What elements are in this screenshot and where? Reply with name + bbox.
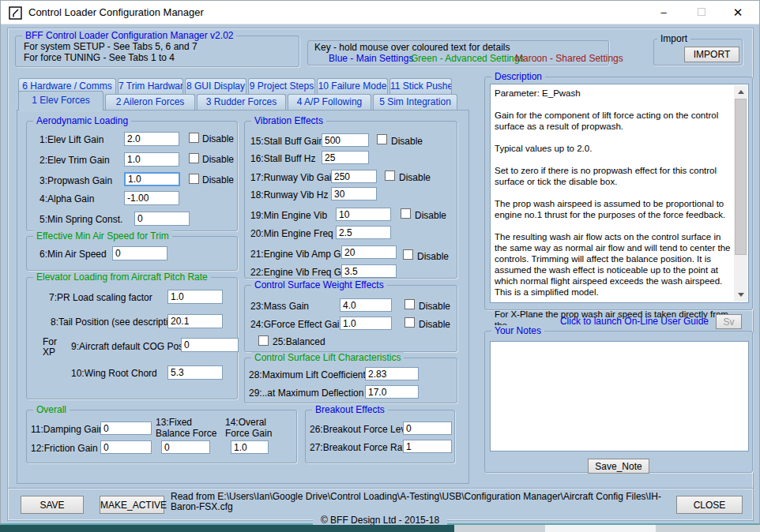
setup-hint: For system SETUP - See Tabs 5, 6 and 7: [24, 41, 198, 52]
alpha-gain-input[interactable]: [124, 191, 179, 205]
tab-stick-pusher[interactable]: 11 Stick Pusher: [389, 78, 452, 94]
gforce-disable-checkbox[interactable]: [404, 317, 415, 328]
pr-load-scaling-label: 7:PR Load scaling factor: [49, 292, 152, 303]
elev-lift-disable-checkbox[interactable]: [189, 133, 199, 143]
mass-gain-input[interactable]: [340, 298, 392, 312]
aerodynamic-loading-title: Aerodynamic Loading: [33, 115, 131, 126]
runway-vib-hz-input[interactable]: [331, 187, 377, 200]
friction-gain-label: 12:Friction Gain: [31, 443, 98, 454]
engine-vib-freq-gain-input[interactable]: [341, 264, 397, 278]
titlebar: Control Loader Configuration Manager – ✕: [1, 1, 759, 24]
copyright-text: © BFF Design Ltd - 2015-18: [313, 515, 447, 526]
elev-lift-gain-input[interactable]: [124, 132, 179, 146]
min-air-speed-input[interactable]: [112, 246, 167, 260]
min-air-speed-title: Effective Min Air Speed for Trim: [33, 230, 172, 242]
disable-label: Disable: [202, 174, 234, 185]
tab-project-steps[interactable]: 9 Project Steps: [248, 78, 315, 94]
overall-force-gain-label: 14:Overal Force Gain: [225, 417, 280, 439]
wing-root-chord-input[interactable]: [167, 365, 223, 380]
weight-effects-groupbox: Control Surface Weight Effects 23:Mass G…: [244, 285, 457, 352]
tuning-hint: For force TUNING - See Tabs 1 to 4: [24, 52, 175, 63]
description-groupbox: Description Parameter: E_Pwash Gain for …: [484, 77, 753, 310]
elev-trim-gain-input[interactable]: [124, 152, 179, 167]
gforce-effect-gain-input[interactable]: [340, 317, 392, 330]
taskbar-strip: [0, 525, 760, 532]
stall-buff-disable-checkbox[interactable]: [377, 134, 387, 144]
runway-vib-disable-checkbox[interactable]: [385, 170, 395, 181]
scroll-down-icon[interactable]: [734, 288, 747, 302]
tab-rudder-forces[interactable]: 3 Rudder Forces: [197, 94, 286, 110]
scrollbar-thumb[interactable]: [735, 99, 747, 255]
cog-pos-label: 9:Aircraft default COG Pos: [71, 341, 183, 352]
overall-force-gain-input[interactable]: [231, 440, 269, 454]
breakout-force-rate-input[interactable]: [403, 440, 452, 453]
tab-trim-hardware[interactable]: 7 Trim Hardware: [118, 78, 183, 94]
import-button[interactable]: IMPORT: [684, 47, 739, 62]
tab-elev-forces[interactable]: 1 Elev Forces: [18, 91, 103, 111]
min-engine-vib-disable-checkbox[interactable]: [401, 208, 411, 219]
tail-position-input[interactable]: [167, 314, 223, 328]
engine-vib-amp-disable-checkbox[interactable]: [403, 249, 413, 260]
disable-label: Disable: [419, 319, 450, 330]
balanced-checkbox[interactable]: [258, 335, 269, 346]
tab-gui-display[interactable]: 8 GUI Display: [185, 78, 246, 94]
min-spring-const-input[interactable]: [134, 212, 190, 226]
disable-label: Disable: [391, 136, 423, 147]
stall-buff-gain-label: 15:Stall Buff Gain: [250, 136, 324, 147]
description-scrollbar[interactable]: [734, 85, 747, 302]
stall-buff-hz-input[interactable]: [322, 151, 369, 164]
key-main-settings: Blue - Main Settings: [329, 53, 413, 64]
make-active-button[interactable]: MAKE_ACTIVE: [100, 496, 164, 514]
tab-aileron-forces[interactable]: 2 Aileron Forces: [105, 94, 195, 110]
screen: Control Loader Configuration Manager – ✕…: [0, 0, 760, 532]
pitch-rate-groupbox: Elevator Loading from Aircraft Pitch Rat…: [26, 277, 238, 399]
at-max-deflection-input[interactable]: [365, 385, 419, 399]
sv-button[interactable]: Sv: [716, 314, 742, 329]
pr-load-scaling-input[interactable]: [167, 290, 223, 304]
friction-gain-input[interactable]: [100, 440, 152, 454]
app-info-title: BFF Control Loader Configuration Manager…: [22, 30, 236, 41]
tab-ap-following[interactable]: 4 A/P Following: [288, 94, 371, 110]
cog-pos-input[interactable]: [181, 338, 239, 352]
propwash-disable-checkbox[interactable]: [189, 174, 199, 184]
app-info-groupbox: BFF Control Loader Configuration Manager…: [15, 36, 299, 67]
fixed-balance-force-input[interactable]: [161, 440, 210, 454]
stall-buff-gain-input[interactable]: [322, 133, 369, 147]
for-xp-label: For XP: [43, 337, 65, 358]
engine-vib-amp-gain-input[interactable]: [341, 245, 397, 259]
tab-sim-integration[interactable]: 5 Sim Integration: [373, 94, 457, 110]
save-note-button[interactable]: Save_Note: [588, 459, 649, 474]
taskbar-segment-light: [545, 525, 656, 532]
vibration-effects-title: Vibration Effects: [251, 115, 326, 126]
min-engine-vib-input[interactable]: [336, 208, 391, 221]
scroll-up-icon[interactable]: [734, 85, 747, 99]
damping-gain-input[interactable]: [100, 421, 152, 435]
tail-position-label: 8:Tail Position (see description): [51, 317, 182, 328]
lift-characteristics-groupbox: Control Surface Lift Characteristics 28:…: [244, 358, 457, 403]
wing-root-chord-label: 10:Wing Root Chord: [71, 368, 157, 379]
min-air-speed-label: 6:Min Air Speed: [40, 249, 107, 260]
tab-failure-mode[interactable]: 10 Failure Mode: [317, 78, 388, 94]
tab-row-front: 1 Elev Forces 2 Aileron Forces 3 Rudder …: [18, 94, 459, 110]
breakout-effects-groupbox: Breakout Effects 26:Breakout Force Level…: [305, 410, 455, 463]
runway-vib-gain-input[interactable]: [331, 170, 377, 183]
disable-label: Disable: [399, 172, 431, 183]
max-lift-coefficient-input[interactable]: [365, 367, 419, 380]
notes-textarea[interactable]: [490, 341, 749, 451]
maximize-button[interactable]: [685, 1, 718, 24]
engine-vib-freq-gain-label: 22:Engine Vib Freq Gain: [250, 267, 354, 278]
runway-vib-hz-label: 18:Runway Vib Hz: [250, 189, 329, 200]
disable-label: Disable: [202, 154, 234, 165]
breakout-force-level-input[interactable]: [403, 421, 452, 435]
elev-trim-disable-checkbox[interactable]: [189, 153, 199, 163]
description-text: Parameter: E_Pwash Gain for the componen…: [495, 88, 732, 331]
propwash-gain-input[interactable]: [124, 172, 180, 186]
close-button[interactable]: CLOSE: [676, 496, 743, 514]
save-button[interactable]: SAVE: [21, 496, 84, 514]
minimize-button[interactable]: –: [647, 1, 680, 24]
description-textbox[interactable]: Parameter: E_Pwash Gain for the componen…: [490, 84, 749, 303]
close-window-button[interactable]: ✕: [721, 1, 754, 24]
mass-gain-disable-checkbox[interactable]: [404, 299, 415, 309]
vibration-effects-groupbox: Vibration Effects 15:Stall Buff Gain Dis…: [244, 121, 457, 279]
min-engine-freq-input[interactable]: [336, 226, 391, 239]
